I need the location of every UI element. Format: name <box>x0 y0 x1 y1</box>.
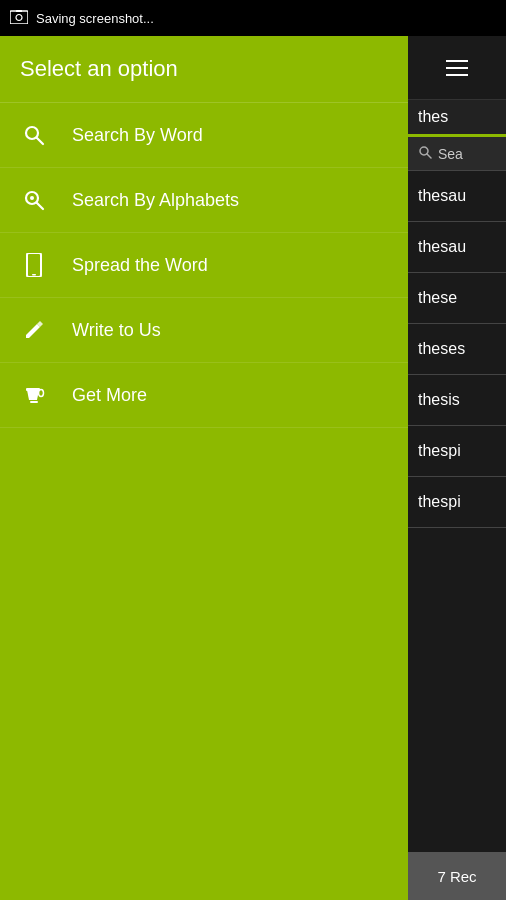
suggestion-thespi-1[interactable]: thespi <box>408 426 506 477</box>
suggestion-text-7: thespi <box>418 493 461 510</box>
svg-rect-8 <box>27 253 41 277</box>
svg-line-7 <box>37 203 44 210</box>
suggestion-thespi-2[interactable]: thespi <box>408 477 506 528</box>
svg-point-11 <box>39 390 44 397</box>
screenshot-icon <box>10 10 28 27</box>
bottom-bar: 7 Rec <box>408 852 506 900</box>
suggestion-text-3: these <box>418 289 457 306</box>
search-row[interactable]: Sea <box>408 137 506 171</box>
sidebar-item-spread[interactable]: Spread the Word <box>0 233 408 298</box>
sidebar-label-spread: Spread the Word <box>72 255 208 276</box>
hamburger-line-3 <box>446 74 468 76</box>
sidebar-item-write[interactable]: Write to Us <box>0 298 408 363</box>
svg-rect-1 <box>16 10 22 12</box>
sidebar-item-search-word[interactable]: Search By Word <box>0 103 408 168</box>
right-panel: thes Sea thesau thesau these <box>408 36 506 900</box>
suggestion-text-2: thesau <box>418 238 466 255</box>
search-label: Sea <box>438 146 463 162</box>
suggestion-text-6: thespi <box>418 442 461 459</box>
hamburger-line-2 <box>446 67 468 69</box>
suggestion-thesau-1[interactable]: thesau <box>408 171 506 222</box>
svg-point-2 <box>16 14 22 20</box>
status-text: Saving screenshot... <box>36 11 154 26</box>
suggestion-thesis[interactable]: thesis <box>408 375 506 426</box>
sidebar-header: Select an option <box>0 36 408 103</box>
search-icon <box>20 121 48 149</box>
hamburger-icon[interactable] <box>441 55 473 81</box>
phone-icon <box>20 251 48 279</box>
svg-point-6 <box>30 196 34 200</box>
svg-rect-10 <box>26 388 40 391</box>
suggestion-theses[interactable]: theses <box>408 324 506 375</box>
hamburger-line-1 <box>446 60 468 62</box>
search-small-icon <box>418 145 432 162</box>
status-bar: Saving screenshot... <box>0 0 506 36</box>
sidebar-label-get-more: Get More <box>72 385 147 406</box>
right-panel-header <box>408 36 506 100</box>
svg-rect-0 <box>10 11 28 24</box>
main-container: Select an option Search By Word Search B… <box>0 36 506 900</box>
sidebar-label-search-alpha: Search By Alphabets <box>72 190 239 211</box>
svg-rect-9 <box>32 274 36 276</box>
suggestion-text-5: thesis <box>418 391 460 408</box>
suggestion-thesau-2[interactable]: thesau <box>408 222 506 273</box>
search-input-display[interactable]: thes <box>418 108 496 126</box>
svg-line-14 <box>427 154 431 158</box>
search-alpha-icon <box>20 186 48 214</box>
pencil-icon <box>20 316 48 344</box>
sidebar-label-search-word: Search By Word <box>72 125 203 146</box>
results-count: 7 Rec <box>437 868 476 885</box>
sidebar-label-write: Write to Us <box>72 320 161 341</box>
suggestion-these[interactable]: these <box>408 273 506 324</box>
svg-rect-12 <box>30 401 38 403</box>
sidebar-item-get-more[interactable]: Get More <box>0 363 408 428</box>
sidebar: Select an option Search By Word Search B… <box>0 36 408 900</box>
suggestion-text-1: thesau <box>418 187 466 204</box>
cup-icon <box>20 381 48 409</box>
suggestions-list: thesau thesau these theses thesis thespi… <box>408 171 506 852</box>
search-area: thes <box>408 100 506 137</box>
suggestion-text-4: theses <box>418 340 465 357</box>
svg-line-4 <box>37 138 44 145</box>
sidebar-item-search-alpha[interactable]: Search By Alphabets <box>0 168 408 233</box>
